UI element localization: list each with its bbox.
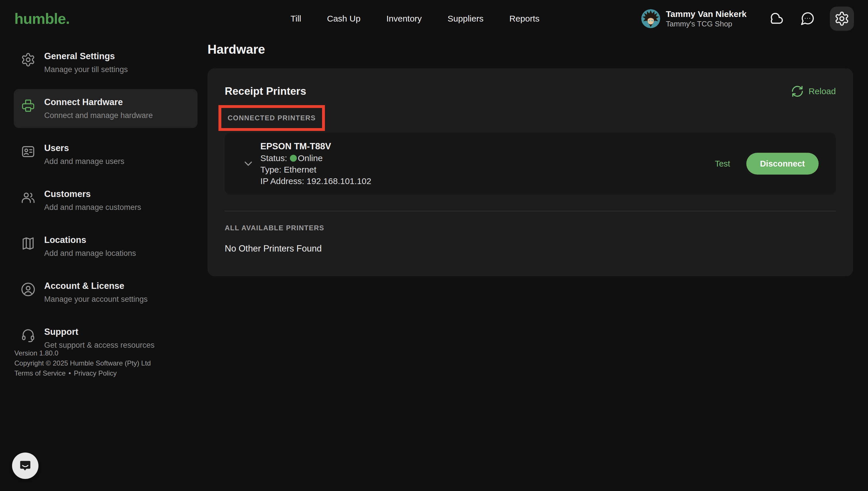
printer-info: EPSON TM-T88V Status: Online Type: Ether… bbox=[260, 140, 371, 187]
status-value: Online bbox=[298, 152, 323, 164]
nav-item-inventory[interactable]: Inventory bbox=[386, 14, 422, 24]
reload-icon bbox=[791, 85, 804, 98]
printer-name: EPSON TM-T88V bbox=[260, 140, 371, 152]
topbar-right: Tammy Van Niekerk Tammy's TCG Shop bbox=[641, 0, 854, 37]
user-circle-icon bbox=[21, 282, 36, 297]
printer-type-line: Type: Ethernet bbox=[260, 164, 371, 175]
sidebar-item-text: Connect Hardware Connect and manage hard… bbox=[44, 96, 153, 121]
ip-value: 192.168.101.102 bbox=[306, 175, 371, 187]
section-divider bbox=[225, 211, 836, 211]
no-printers-message: No Other Printers Found bbox=[225, 243, 836, 254]
people-icon bbox=[21, 190, 36, 205]
sidebar-item-subtitle: Add and manage locations bbox=[44, 248, 136, 258]
chevron-down-icon[interactable] bbox=[242, 157, 255, 170]
chat-icon bbox=[800, 11, 815, 26]
sidebar-footer: Version 1.80.0 Copyright © 2025 Humble S… bbox=[14, 348, 151, 378]
sidebar-item-title: Customers bbox=[44, 189, 141, 200]
cloud-sync-icon bbox=[768, 11, 784, 26]
printer-icon bbox=[21, 98, 36, 113]
version-text: Version 1.80.0 bbox=[14, 348, 151, 358]
card-title: Receipt Printers bbox=[225, 85, 306, 97]
user-shop: Tammy's TCG Shop bbox=[666, 19, 747, 28]
support-chat-fab[interactable] bbox=[12, 453, 38, 479]
chat-button[interactable] bbox=[798, 9, 817, 28]
nav-item-reports[interactable]: Reports bbox=[509, 14, 539, 24]
sidebar-item-connect-hardware[interactable]: Connect Hardware Connect and manage hard… bbox=[14, 89, 198, 128]
printer-row: EPSON TM-T88V Status: Online Type: Ether… bbox=[225, 133, 836, 195]
cloud-sync-button[interactable] bbox=[767, 9, 785, 28]
sidebar-item-title: Users bbox=[44, 142, 124, 154]
main-content: Hardware Receipt Printers Reload CONNECT… bbox=[208, 37, 853, 276]
sidebar-item-text: Account & License Manage your account se… bbox=[44, 280, 148, 305]
sidebar-item-title: Connect Hardware bbox=[44, 96, 153, 108]
avatar bbox=[641, 9, 660, 28]
headset-icon bbox=[21, 328, 36, 343]
sidebar-item-subtitle: Add and manage customers bbox=[44, 202, 141, 212]
brand-logo[interactable]: humble. bbox=[14, 10, 69, 27]
sidebar-item-subtitle: Add and manage users bbox=[44, 156, 124, 167]
sidebar-item-title: Account & License bbox=[44, 280, 148, 292]
card-header: Receipt Printers Reload bbox=[225, 84, 836, 98]
id-card-icon bbox=[21, 144, 36, 159]
disconnect-button[interactable]: Disconnect bbox=[746, 153, 819, 175]
sidebar-item-text: Customers Add and manage customers bbox=[44, 189, 141, 212]
top-navigation: Till Cash Up Inventory Suppliers Reports bbox=[291, 0, 539, 37]
sidebar-item-title: Support bbox=[44, 326, 154, 338]
settings-sidebar: General Settings Manage your till settin… bbox=[14, 43, 198, 365]
nav-item-till[interactable]: Till bbox=[291, 14, 301, 24]
terms-link[interactable]: Terms of Service bbox=[14, 368, 66, 378]
footer-links: Terms of Service • Privacy Policy bbox=[14, 368, 151, 378]
type-value: Ethernet bbox=[284, 164, 316, 175]
sidebar-item-subtitle: Connect and manage hardware bbox=[44, 110, 153, 121]
all-available-printers-label: ALL AVAILABLE PRINTERS bbox=[225, 224, 836, 232]
sidebar-item-text: Locations Add and manage locations bbox=[44, 234, 136, 258]
sidebar-item-general-settings[interactable]: General Settings Manage your till settin… bbox=[14, 43, 198, 82]
settings-icon bbox=[834, 11, 850, 26]
gear-icon bbox=[21, 52, 36, 67]
topbar: humble. Till Cash Up Inventory Suppliers… bbox=[0, 0, 868, 37]
online-status-dot bbox=[290, 155, 297, 162]
sidebar-item-customers[interactable]: Customers Add and manage customers bbox=[14, 181, 198, 220]
sidebar-item-locations[interactable]: Locations Add and manage locations bbox=[14, 227, 198, 266]
messenger-bubble-icon bbox=[18, 459, 32, 473]
status-label: Status: bbox=[260, 152, 287, 164]
sidebar-item-title: General Settings bbox=[44, 51, 128, 62]
receipt-printers-card: Receipt Printers Reload CONNECTED PRINTE… bbox=[208, 68, 853, 276]
test-button[interactable]: Test bbox=[715, 159, 730, 169]
app-root: { "brand": { "logo": "humble." }, "topna… bbox=[0, 0, 868, 491]
user-menu[interactable]: Tammy Van Niekerk Tammy's TCG Shop bbox=[641, 9, 747, 28]
privacy-link[interactable]: Privacy Policy bbox=[74, 368, 117, 378]
sidebar-item-subtitle: Manage your till settings bbox=[44, 64, 128, 75]
sidebar-item-title: Locations bbox=[44, 234, 136, 246]
sidebar-item-users[interactable]: Users Add and manage users bbox=[14, 135, 198, 174]
sidebar-item-subtitle: Manage your account settings bbox=[44, 294, 148, 305]
ip-label: IP Address: bbox=[260, 175, 304, 187]
reload-label: Reload bbox=[809, 86, 836, 96]
page-title: Hardware bbox=[208, 42, 853, 57]
sidebar-item-text: General Settings Manage your till settin… bbox=[44, 51, 128, 75]
footer-separator: • bbox=[69, 368, 71, 378]
sidebar-item-account-license[interactable]: Account & License Manage your account se… bbox=[14, 273, 198, 312]
reload-button[interactable]: Reload bbox=[791, 85, 836, 98]
user-info: Tammy Van Niekerk Tammy's TCG Shop bbox=[666, 9, 747, 28]
sidebar-item-text: Users Add and manage users bbox=[44, 142, 124, 167]
nav-item-suppliers[interactable]: Suppliers bbox=[448, 14, 483, 24]
copyright-text: Copyright © 2025 Humble Software (Pty) L… bbox=[14, 358, 151, 368]
connected-printers-highlight-box: CONNECTED PRINTERS bbox=[218, 105, 325, 131]
sidebar-item-text: Support Get support & access resources bbox=[44, 326, 154, 350]
user-name: Tammy Van Niekerk bbox=[666, 9, 747, 19]
settings-button[interactable] bbox=[830, 7, 854, 31]
map-icon bbox=[21, 236, 36, 251]
printer-actions: Test Disconnect bbox=[715, 153, 819, 175]
nav-item-cash-up[interactable]: Cash Up bbox=[327, 14, 361, 24]
printer-ip-line: IP Address: 192.168.101.102 bbox=[260, 175, 371, 187]
printer-status-line: Status: Online bbox=[260, 152, 371, 164]
type-label: Type: bbox=[260, 164, 281, 175]
connected-printers-label: CONNECTED PRINTERS bbox=[228, 114, 316, 122]
